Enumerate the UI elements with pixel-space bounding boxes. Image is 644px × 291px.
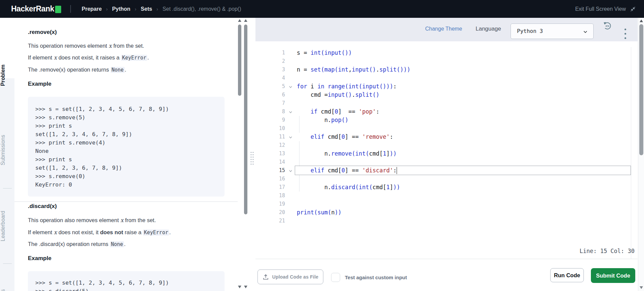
breadcrumb: Prepare›Python›Sets›Set .discard(), .rem… [82, 0, 241, 18]
exit-fullscreen-button[interactable]: Exit Full Screen View [575, 0, 636, 18]
code-token: input() [328, 91, 352, 98]
scroll-down-arrow-icon[interactable] [640, 286, 643, 289]
breadcrumb-item[interactable]: Prepare [82, 6, 102, 12]
section-heading-remove: .remove(x) [28, 29, 225, 36]
restore-code-button[interactable]: <> [603, 21, 612, 31]
submit-code-button[interactable]: Submit Code [591, 268, 635, 283]
problem-scrollbar-thumb[interactable] [238, 25, 241, 96]
code-token: [ [338, 133, 341, 140]
code-token: . [376, 66, 379, 73]
code-token: n. [297, 150, 331, 157]
gutter-line-number: 11 [265, 133, 285, 141]
code-token: 'pop' [359, 108, 376, 115]
code-line[interactable]: for i in range(int(input())): [297, 82, 630, 91]
scroll-down-arrow-icon[interactable] [238, 286, 241, 288]
example-code-line: set([1, 2, 3, 4, 6, 7, 8, 9]) [35, 130, 225, 138]
code-token: for [297, 83, 307, 90]
code-token: 'discard' [362, 167, 393, 174]
custom-input-label: Test against custom input [345, 275, 407, 280]
code-token: ] [386, 150, 390, 157]
panel-resize-handle[interactable] [250, 151, 254, 166]
code-token: map( [324, 66, 338, 73]
text-caret [397, 167, 397, 174]
breadcrumb-item[interactable]: Sets [141, 6, 152, 12]
example-code-line: >>> s = set([1, 2, 3, 4, 5, 6, 7, 8, 9]) [35, 279, 225, 287]
tab-discussions[interactable]: Discussions [0, 283, 14, 291]
example-heading: Example [28, 255, 225, 262]
language-dropdown[interactable]: Python 3 [511, 24, 594, 39]
paragraph: If element x does not exist, it does not… [28, 229, 225, 236]
text-segment: If element [28, 54, 54, 60]
cursor-position-status: Line: 15 Col: 30 [579, 248, 635, 254]
section-divider [14, 201, 238, 202]
code-editing-area[interactable]: 1s = int(input())23n = set(map(int,input… [255, 41, 638, 259]
code-token: elif [311, 133, 324, 140]
text-segment: x [54, 229, 57, 236]
code-token: i [307, 83, 318, 90]
code-token: : [393, 83, 397, 90]
code-line[interactable]: if cmd[0] == 'pop': [297, 108, 630, 116]
svg-text:<>: <> [605, 24, 609, 28]
more-options-button[interactable] [622, 29, 628, 41]
code-line[interactable]: elif cmd[0] == 'discard': [297, 166, 630, 175]
code-line[interactable]: n = set(map(int,input().split())) [297, 66, 630, 74]
text-segment: None [110, 241, 124, 247]
scroll-up-arrow-icon[interactable] [238, 19, 241, 22]
gutter-line-number: 13 [265, 150, 285, 158]
code-token: ) [349, 49, 352, 56]
example-code-line: KeyError: 0 [35, 180, 225, 189]
editor-right-border [631, 47, 631, 259]
code-token: if [311, 108, 317, 115]
code-line[interactable]: cmd =input().split() [297, 91, 630, 99]
run-code-button[interactable]: Run Code [550, 268, 584, 282]
code-token: )) [335, 209, 341, 216]
code-editor-panel: Change Theme Language Python 3 <> [255, 18, 638, 291]
language-label: Language [476, 26, 501, 32]
code-line[interactable]: n.discard(int(cmd[1])) [297, 183, 630, 192]
code-token: input() [324, 49, 349, 56]
example-code-block-discard: >>> s = set([1, 2, 3, 4, 5, 6, 7, 8, 9])… [28, 271, 225, 291]
fold-chevron-icon[interactable] [287, 108, 293, 116]
text-segment: KeyError [143, 230, 169, 236]
breadcrumb-item[interactable]: Python [112, 6, 130, 12]
fold-chevron-icon[interactable] [287, 133, 293, 141]
tab-leaderboard[interactable]: Leaderboard [0, 209, 14, 244]
gutter-line-number: 16 [265, 175, 285, 183]
custom-input-checkbox[interactable] [331, 273, 340, 282]
hackerrank-logo[interactable]: HackerRank [11, 0, 61, 18]
code-token: 0 [341, 167, 345, 174]
code-line[interactable]: print(sum(n)) [297, 208, 630, 217]
page-scrollbar-thumb[interactable] [639, 24, 643, 155]
panel-scrollbar-thumb[interactable] [244, 25, 247, 214]
scroll-down-arrow-icon[interactable] [244, 286, 247, 288]
history-icon: <> [603, 21, 612, 31]
code-line[interactable]: elif cmd[0] == 'remove': [297, 133, 630, 141]
example-code-line: set([1, 2, 3, 6, 7, 8, 9]) [35, 164, 225, 172]
fold-chevron-icon[interactable] [287, 82, 293, 91]
scroll-up-arrow-icon[interactable] [640, 19, 643, 22]
change-theme-link[interactable]: Change Theme [425, 26, 462, 32]
page-scrollbar[interactable] [638, 18, 644, 291]
navbar-separator [70, 5, 71, 13]
code-token: cmd [369, 150, 379, 157]
code-token: int( [355, 150, 369, 157]
code-token [297, 167, 311, 174]
code-line[interactable]: s = int(input()) [297, 49, 630, 57]
scroll-up-arrow-icon[interactable] [244, 19, 247, 22]
fold-chevron-icon[interactable] [287, 166, 293, 175]
gutter-line-number: 4 [265, 74, 285, 82]
tab-submissions[interactable]: Submissions [0, 133, 14, 168]
tab-divider [3, 263, 12, 264]
code-token: cmd [324, 167, 338, 174]
breadcrumb-caret-icon: › [135, 6, 136, 12]
code-token: elif [311, 167, 324, 174]
code-line[interactable]: n.remove(int(cmd[1])) [297, 150, 630, 158]
code-token: == [349, 133, 362, 140]
tab-problem[interactable]: Problem [0, 59, 14, 92]
gutter-line-number: 10 [265, 124, 285, 133]
code-token: range( [328, 83, 348, 90]
upload-code-button[interactable]: Upload Code as File [257, 269, 323, 284]
code-token [297, 133, 311, 140]
code-line[interactable]: n.pop() [297, 116, 630, 124]
text-segment: does not exist, it [57, 229, 100, 235]
